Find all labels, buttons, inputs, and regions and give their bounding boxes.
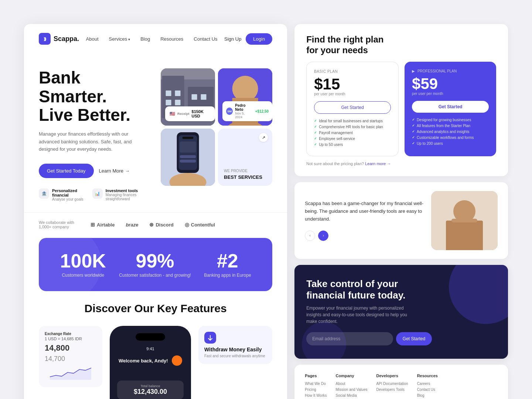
- footer-col-developers-title: Developers: [376, 374, 408, 378]
- pedro-date: Nov 5, 2024: [235, 112, 253, 119]
- testimonial-quote: Scappa has been a game-changer for my fi…: [305, 200, 424, 223]
- hero-features: 🏦 Personalized financial Analyse your go…: [39, 188, 150, 201]
- nav-blog[interactable]: Blog: [140, 36, 150, 42]
- pro-feature-1: Designed for growing businesses: [412, 118, 489, 122]
- features-section: Discover Our Key Features Exchange Rate …: [24, 302, 287, 399]
- nav-services[interactable]: Services: [109, 36, 130, 42]
- pro-feature-4: Customizable workflows and forms: [412, 136, 489, 140]
- svg-rect-4: [166, 91, 171, 96]
- svg-rect-24: [446, 221, 483, 250]
- footer-link[interactable]: How It Works: [305, 393, 327, 398]
- hero-services-card: ↗ WE PROVIDE BEST SERVICES: [218, 129, 272, 186]
- svg-point-11: [232, 76, 258, 102]
- withdraw-desc: Fast and secure withdrawals anytime: [204, 354, 266, 358]
- phone-notch: [136, 333, 165, 341]
- svg-rect-8: [192, 94, 197, 100]
- footer-section: Pages What We Do Pricing How It Works Af…: [294, 365, 508, 399]
- cta-section: Take control of your financial future to…: [294, 265, 508, 359]
- logo-text: Scappa.: [54, 35, 79, 43]
- learn-more-button[interactable]: Learn More →: [99, 168, 130, 174]
- services-title: BEST SERVICES: [224, 174, 266, 180]
- pro-feature-2: All features from the Starter Plan: [412, 124, 489, 128]
- testimonial-prev-button[interactable]: ‹: [305, 231, 315, 241]
- footer-link[interactable]: What We Do: [305, 382, 327, 386]
- pro-plan-features: Designed for growing businesses All feat…: [412, 118, 489, 146]
- basic-plan-badge: BASIC PLAN: [314, 69, 391, 74]
- basic-plan-price: $15: [314, 76, 391, 92]
- logo[interactable]: Scappa.: [39, 33, 79, 45]
- footer-link[interactable]: Contact Us: [417, 388, 438, 392]
- footer-link[interactable]: API Documentation: [376, 382, 408, 386]
- stat-customers-value: 100K: [60, 251, 106, 270]
- arrow-icon: ↗: [259, 133, 268, 142]
- receipt-amount: $150K USD: [192, 109, 211, 118]
- hero-image-grid: 🇺🇸 Receipt $150K USD: [161, 68, 272, 186]
- cta-email-input[interactable]: [306, 332, 393, 345]
- pro-plan-badge: ▶ PROFESSIONAL PLAN: [412, 69, 489, 73]
- partner-contentful: ◎ Contentful: [185, 222, 215, 228]
- svg-rect-7: [175, 100, 181, 105]
- nav-actions: Sign Up Login: [224, 33, 272, 45]
- nav-contact[interactable]: Contact Us: [194, 36, 217, 42]
- partners-label: We collaborate with 1,000+ company: [39, 220, 76, 229]
- footer-col-company: Company About Mission and Values Social …: [335, 374, 367, 399]
- hero-title: Bank Smarter. Live Better.: [39, 68, 150, 125]
- svg-rect-9: [201, 94, 207, 100]
- logo-icon: [39, 33, 51, 45]
- footer-link[interactable]: Developers Tools: [376, 388, 408, 392]
- pro-plan-period: per user per month: [412, 92, 489, 96]
- signup-button[interactable]: Sign Up: [224, 36, 241, 42]
- phone-time: 9:41: [116, 347, 185, 351]
- exchange-rate-card: Exchange Rate 1 USD = 14,685 IDR 14,800 …: [39, 326, 102, 387]
- footer-col-pages: Pages What We Do Pricing How It Works Af…: [305, 374, 327, 399]
- stat-satisfaction-label: Customer satisfaction - and growing!: [119, 273, 191, 278]
- basic-plan-cta[interactable]: Get Started: [314, 101, 391, 114]
- svg-rect-25: [451, 219, 477, 222]
- partner-discord: ⊛ Discord: [149, 222, 173, 228]
- footer-link[interactable]: Careers: [417, 382, 438, 386]
- hero-buttons: Get Started Today Learn More →: [39, 164, 150, 178]
- hero-description: Manage your finances effortlessly with o…: [39, 130, 135, 153]
- hero-building-card: 🇺🇸 Receipt $150K USD: [161, 68, 215, 126]
- footer-pages-list: What We Do Pricing How It Works Affiliat…: [305, 382, 327, 399]
- withdraw-card: Withdraw Money Easily Fast and secure wi…: [198, 326, 272, 364]
- footer-link[interactable]: Mission and Values: [335, 388, 367, 392]
- basic-plan-features: Ideal for small businesses and startups …: [314, 119, 391, 147]
- footer-link[interactable]: Social Media: [335, 393, 367, 398]
- pricing-title: Find the right plan for your needs: [306, 34, 496, 56]
- svg-rect-6: [166, 100, 171, 105]
- cta-form: Get Started: [306, 332, 432, 345]
- footer-link[interactable]: Pricing: [305, 388, 327, 392]
- exchange-value: 1 USD = 14,685 IDR: [45, 337, 96, 341]
- footer-resources-list: Careers Contact Us Blog Help Center: [417, 382, 438, 399]
- nav-links: About Services Blog Resources Contact Us: [86, 36, 218, 42]
- footer-col-company-title: Company: [335, 374, 367, 378]
- get-started-button[interactable]: Get Started Today: [39, 164, 94, 178]
- pro-feature-3: Advanced analytics and insights: [412, 130, 489, 134]
- cta-submit-button[interactable]: Get Started: [396, 332, 432, 345]
- pedro-amount: +$12.50: [255, 109, 269, 113]
- login-button[interactable]: Login: [246, 33, 272, 45]
- stat-satisfaction-value: 99%: [119, 251, 191, 270]
- navbar: Scappa. About Services Blog Resources Co…: [24, 24, 287, 54]
- footer-link[interactable]: About: [335, 382, 367, 386]
- pro-plan-cta[interactable]: Get Started: [412, 101, 489, 113]
- partner-logos: ⊞ Airtable braze ⊛ Discord ◎ Contentful: [91, 222, 215, 228]
- pedro-name: Pedro Neto: [235, 103, 253, 112]
- stat-customers: 100K Customers worldwide: [60, 251, 106, 278]
- rate-low: 14,700: [45, 355, 96, 363]
- services-label: WE PROVIDE: [224, 169, 266, 173]
- nav-resources[interactable]: Resources: [160, 36, 183, 42]
- testimonial-image: [431, 191, 498, 250]
- footer-col-pages-title: Pages: [305, 374, 327, 378]
- footer-link[interactable]: Blog: [417, 393, 438, 398]
- pricing-link[interactable]: Learn more →: [365, 161, 391, 166]
- nav-about[interactable]: About: [86, 36, 99, 42]
- mini-chart: [45, 365, 96, 380]
- financial-icon: 🏦: [39, 188, 49, 199]
- testimonial-next-button[interactable]: ›: [318, 231, 328, 241]
- features-content: Exchange Rate 1 USD = 14,685 IDR 14,800 …: [39, 326, 272, 399]
- cta-description: Empower your financial journey with pers…: [306, 305, 410, 325]
- phone-mockup-container: 9:41 Welcome back, Andy! Total balance $…: [110, 326, 191, 399]
- pricing-plans: BASIC PLAN $15 per user per month Get St…: [306, 62, 496, 156]
